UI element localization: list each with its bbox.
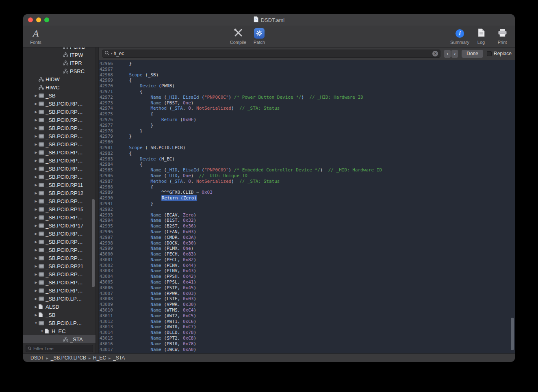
tree-item-_SBPCI0RP[interactable]: ▶_SB.PCI0.RP… bbox=[23, 286, 95, 295]
code-line[interactable]: 43010 Name (WTMS, 0xC4) bbox=[99, 308, 515, 313]
find-next-button[interactable]: › bbox=[451, 50, 458, 58]
tree-item-ITPW[interactable]: ITPW bbox=[23, 51, 95, 59]
tree-item-_SBPCI0RP[interactable]: ▶_SB.PCI0.RP… bbox=[23, 124, 95, 132]
done-button[interactable]: Done bbox=[462, 50, 483, 58]
disclosure-triangle[interactable]: ▶ bbox=[33, 273, 39, 276]
code-line[interactable]: 42996 Name (CFAN, 0x03) bbox=[99, 229, 515, 235]
code-line[interactable]: 42975 { bbox=[99, 111, 515, 117]
tree-item-HIDW[interactable]: HIDW bbox=[23, 75, 95, 83]
disclosure-triangle[interactable]: ▶ bbox=[33, 289, 39, 292]
breadcrumb-item[interactable]: _STA bbox=[113, 355, 125, 361]
code-line[interactable]: 43006 Name (PSTP, 0x45) bbox=[99, 285, 515, 291]
code-line[interactable]: 43003 Name (PINV, 0x43) bbox=[99, 268, 515, 274]
disclosure-triangle[interactable]: ▶ bbox=[33, 199, 39, 203]
disclosure-triangle[interactable]: ▶ bbox=[33, 159, 39, 162]
tree-item-HIWC[interactable]: HIWC bbox=[23, 83, 95, 91]
tree-item-PSRC[interactable]: PSRC bbox=[23, 67, 95, 75]
tree-item-_SB[interactable]: ▶_SB bbox=[23, 311, 95, 319]
tree-item-ITPR[interactable]: ITPR bbox=[23, 59, 95, 67]
code-line[interactable]: 43009 Name (VPWR, 0x30) bbox=[99, 302, 515, 308]
summary-button[interactable]: i Summary bbox=[450, 27, 469, 45]
disclosure-triangle[interactable]: ▶ bbox=[33, 134, 39, 138]
disclosure-triangle[interactable]: ▶ bbox=[33, 110, 39, 114]
disclosure-triangle[interactable]: ▶ bbox=[33, 240, 39, 244]
tree-item-_SBPCI0RP[interactable]: ▶_SB.PCI0.RP… bbox=[23, 246, 95, 254]
breadcrumb-item[interactable]: DSDT bbox=[30, 355, 44, 361]
code-line[interactable]: 42985 Name (_HID, EisaId ("PNP0C09") /* … bbox=[99, 167, 515, 173]
disclosure-triangle[interactable]: ▶ bbox=[33, 118, 39, 122]
tree-item-_SBPCI0RP[interactable]: ▶_SB.PCI0.RP… bbox=[23, 270, 95, 278]
log-button[interactable]: Log bbox=[472, 27, 490, 45]
disclosure-triangle[interactable]: ▶ bbox=[33, 232, 39, 236]
code-line[interactable]: 43008 Name (LSTE, 0x03) bbox=[99, 296, 515, 302]
minimize-window-button[interactable] bbox=[36, 17, 41, 22]
code-line[interactable]: 42989 ^^^GFX0.CLID = 0x03 bbox=[99, 190, 515, 195]
tree-item-_SBPCI0RP[interactable]: ▶_SB.PCI0.RP… bbox=[23, 278, 95, 286]
sidebar-scrollbar[interactable] bbox=[92, 199, 95, 287]
disclosure-triangle[interactable]: ▶ bbox=[33, 216, 39, 219]
code-line[interactable]: 43002 Name (PENV, 0x44) bbox=[99, 263, 515, 269]
code-line[interactable]: 42968 Scope (_SB) bbox=[99, 72, 515, 78]
code-line[interactable]: 42997 Name (CMDR, 0x3A) bbox=[99, 235, 515, 240]
code-line[interactable]: 43016 Name (PB10, 0x78) bbox=[99, 341, 515, 347]
disclosure-triangle[interactable]: ▶ bbox=[33, 305, 39, 309]
replace-toggle[interactable]: Replace bbox=[487, 51, 512, 56]
split-divider[interactable] bbox=[95, 48, 99, 353]
disclosure-triangle[interactable]: ▶ bbox=[33, 183, 39, 187]
tree-item-_SBPCI0RP[interactable]: ▶_SB.PCI0.RP… bbox=[23, 165, 95, 173]
disclosure-triangle[interactable]: ▼ bbox=[39, 329, 45, 333]
replace-checkbox[interactable] bbox=[487, 51, 492, 56]
code-line[interactable]: 42984 { bbox=[99, 162, 515, 167]
tree-item-_SBPCI0RP[interactable]: ▶_SB.PCI0.RP… bbox=[23, 140, 95, 148]
code-line[interactable]: 42994 Name (B1ST, 0x32) bbox=[99, 218, 515, 223]
filter-field[interactable] bbox=[26, 345, 93, 352]
tree-item-_SBPCI0RP[interactable]: ▶_SB.PCI0.RP… bbox=[23, 197, 95, 205]
tree-item-_SBPCI0RP[interactable]: ▶_SB.PCI0.RP… bbox=[23, 238, 95, 246]
code-line[interactable]: 42983 Device (H_EC) bbox=[99, 156, 515, 162]
code-line[interactable]: 43011 Name (AWT2, 0xC5) bbox=[99, 313, 515, 319]
code-line[interactable]: 42976 Return (0x0F) bbox=[99, 117, 515, 123]
disclosure-triangle[interactable]: ▶ bbox=[33, 94, 39, 97]
tree-item-_SBPCI0RP[interactable]: ▶_SB.PCI0.RP… bbox=[23, 116, 95, 124]
code-line[interactable]: 42999 Name (PLMX, One) bbox=[99, 246, 515, 251]
code-line[interactable]: 42991 } bbox=[99, 201, 515, 207]
code-line[interactable]: 43007 Name (RPWR, 0x03) bbox=[99, 291, 515, 297]
code-line[interactable]: 42971 { bbox=[99, 89, 515, 95]
disclosure-triangle[interactable]: ▶ bbox=[33, 126, 39, 130]
code-line[interactable]: 42980 bbox=[99, 139, 515, 145]
tree-item-_SBPCI0RP[interactable]: ▶_SB.PCI0.RP… bbox=[23, 100, 95, 108]
code-line[interactable]: 42977 } bbox=[99, 123, 515, 128]
disclosure-triangle[interactable]: ▶ bbox=[33, 151, 39, 154]
code-line[interactable]: 43000 Name (PECH, 0x83) bbox=[99, 251, 515, 257]
clear-search-icon[interactable]: ✕ bbox=[432, 51, 438, 56]
tree-item-_SBPCI0RP[interactable]: ▶_SB.PCI0.RP… bbox=[23, 148, 95, 156]
disclosure-triangle[interactable]: ▶ bbox=[33, 264, 39, 268]
tree-item-_SBPCI0RP[interactable]: ▶_SB.PCI0.RP… bbox=[23, 132, 95, 140]
breadcrumb-item[interactable]: _SB.PCI0.LPCB bbox=[51, 355, 86, 361]
close-window-button[interactable] bbox=[28, 17, 33, 22]
tree-item-_SBPCI0RP[interactable]: ▶_SB.PCI0.RP… bbox=[23, 230, 95, 238]
code-line[interactable]: 42966 } bbox=[99, 61, 515, 67]
code-line[interactable]: 42986 Name (_UID, One) // _UID: Unique I… bbox=[99, 173, 515, 179]
tree-item-H_EC[interactable]: ▼H_EC bbox=[23, 327, 95, 335]
tree-item-_SBPCI0RP[interactable]: ▶_SB.PCI0.RP… bbox=[23, 254, 95, 262]
code-line[interactable]: 43015 Name (SPT2, 0xC8) bbox=[99, 336, 515, 341]
disclosure-triangle[interactable]: ▼ bbox=[33, 321, 39, 325]
tree-item-_STA[interactable]: _STA bbox=[23, 335, 95, 343]
code-line[interactable]: 43004 Name (PPSH, 0x42) bbox=[99, 274, 515, 279]
code-line[interactable]: 42978 } bbox=[99, 128, 515, 134]
disclosure-triangle[interactable]: ▶ bbox=[33, 208, 39, 211]
code-line[interactable]: 42982 { bbox=[99, 151, 515, 156]
code-editor[interactable]: 42966 }4296742968 Scope (_SB)42969 {4297… bbox=[99, 60, 515, 353]
filter-tree-input[interactable] bbox=[33, 346, 91, 351]
code-line[interactable]: 43013 Name (AWT0, 0xC7) bbox=[99, 324, 515, 330]
breadcrumb-item[interactable]: H_EC bbox=[93, 355, 106, 361]
code-line[interactable]: 42998 Name (DOCK, 0x30) bbox=[99, 240, 515, 246]
disclosure-triangle[interactable]: ▶ bbox=[33, 102, 39, 106]
tree-item-_SB[interactable]: ▶_SB bbox=[23, 91, 95, 100]
tree-item-_SBPCI0RP17[interactable]: ▶_SB.PCI0.RP17 bbox=[23, 221, 95, 230]
code-line[interactable]: 42992 bbox=[99, 207, 515, 212]
code-line[interactable]: 42990 Return (Zero) bbox=[99, 195, 515, 201]
tree-item-_SBPCI0RP[interactable]: ▶_SB.PCI0.RP… bbox=[23, 173, 95, 181]
code-line[interactable]: 43012 Name (AWT1, 0xC6) bbox=[99, 319, 515, 325]
